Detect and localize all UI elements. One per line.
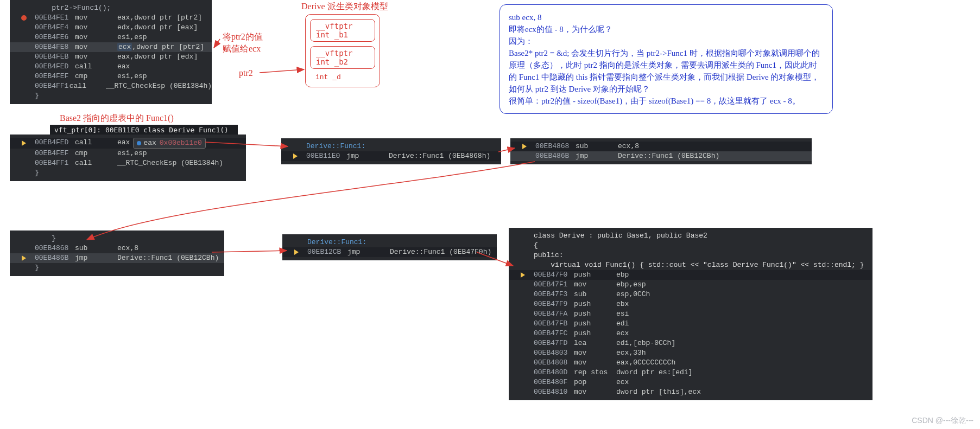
annotation-base2-vft: Base2 指向的虚表中的 Func1() [60, 113, 174, 124]
mnemonic: call [69, 81, 106, 91]
operands: ecx,8 [117, 244, 138, 253]
annotation-assign-l1: 将ptr2的值 [223, 31, 263, 43]
disasm-line: 00EB4808moveax,0CCCCCCCCh [509, 358, 872, 368]
mnemonic: push [574, 270, 616, 280]
operands: Derive::Func1 (0EB12CBh) [618, 151, 719, 161]
addr: 00EB4FF1 [35, 158, 75, 168]
obj-l1: __vftptr [316, 49, 369, 57]
annotation-derive-title: Derive 派生类对象模型 [301, 1, 388, 12]
operands: esi,esp [117, 72, 147, 81]
addr: 00EB47F1 [534, 280, 574, 290]
disasm-line: 00EB4FF1call__RTC_CheckEsp (0EB1384h) [10, 158, 246, 168]
mnemonic: mov [75, 23, 117, 33]
disasm-line: 00EB480Fpopecx [509, 377, 872, 387]
mnemonic: sub [574, 290, 616, 299]
disasm-line: 00EB4FE1moveax,dword ptr [ptr2] [10, 13, 212, 23]
addr: 00EB4FEB [35, 52, 75, 62]
obj-extra: int _d [310, 72, 375, 82]
func-label: Derive::Func1: [306, 142, 365, 151]
blue-l3: Base2* ptr2 = &d; 会发生切片行为，当 ptr2->Func1 … [509, 47, 824, 95]
breakpoint-icon [21, 15, 27, 21]
operands: ecx,dword ptr [ptr2] [117, 42, 204, 52]
current-line-icon [293, 153, 298, 159]
blue-note-box: sub ecx, 8 即将ecx的值 - 8，为什么呢？ 因为： Base2* … [500, 4, 833, 114]
disasm-block-3: Derive::Func1: 00EB11E0jmpDerive::Func1 … [281, 138, 501, 164]
operands: Derive::Func1 (0EB47F0h) [390, 247, 491, 257]
mnemonic: jmp [75, 253, 117, 263]
mnemonic: mov [75, 33, 117, 42]
disasm-line: 00EB4FE6movesi,esp [10, 33, 212, 42]
src: virtual void Func1() { std::cout << "cla… [534, 260, 864, 270]
blue-l1: 即将ecx的值 - 8，为什么呢？ [509, 23, 824, 35]
operands: eax,dword ptr [ptr2] [117, 13, 202, 23]
disasm-line: 00EB47FDleaedi,[ebp-0CCh] [509, 338, 872, 348]
obj-l2: int _b1 [316, 30, 369, 39]
mnemonic: call [75, 158, 117, 168]
src: public: [534, 251, 564, 260]
src: class Derive : public Base1, public Base… [534, 231, 707, 241]
disasm-line: 00EB47FCpushecx [509, 329, 872, 338]
operands: __RTC_CheckEsp (0EB1384h) [117, 158, 223, 168]
operands: Derive::Func1 (0EB12CBh) [117, 253, 219, 263]
mnemonic: mov [75, 52, 117, 62]
current-line-icon [521, 272, 525, 278]
operands: Derive::Func1 (0EB4868h) [389, 151, 490, 161]
operands: esp,0CCh [616, 290, 650, 299]
disasm-line: 00EB4FEBmoveax,dword ptr [edx] [10, 52, 212, 62]
disasm-block-2: 00EB4FEDcalleaxeax0x00eb11e000EB4FEFcmpe… [10, 135, 246, 181]
disasm-line: 00EB4FEFcmpesi,esp [10, 149, 246, 158]
operands: edi [616, 319, 629, 329]
addr: 00EB4FE4 [35, 23, 75, 33]
disasm-line: 00EB11E0jmpDerive::Func1 (0EB4868h) [281, 151, 501, 161]
mnemonic: push [574, 299, 616, 309]
disasm-block-7: class Derive : public Base1, public Base… [509, 228, 872, 400]
mnemonic: sub [576, 142, 618, 151]
disasm-line: 00EB480Drep stosdword ptr es:[edi] [509, 368, 872, 377]
brace: } [35, 91, 39, 101]
mnemonic: push [574, 319, 616, 329]
addr: 00EB47FD [534, 338, 574, 348]
operands: dword ptr es:[edi] [616, 368, 692, 377]
addr: 00EB4FED [35, 62, 75, 72]
disasm-line: 00EB47F1movebp,esp [509, 280, 872, 290]
addr: 00EB4808 [534, 358, 574, 368]
disasm-line: 00EB4FE8movecx,dword ptr [ptr2] [10, 42, 212, 52]
mnemonic: push [574, 309, 616, 319]
addr: 00EB4810 [534, 387, 574, 397]
current-line-icon [22, 255, 26, 261]
operands: __RTC_CheckEsp (0EB1384h) [106, 81, 212, 91]
disasm-line: 00EB4FF1call__RTC_CheckEsp (0EB1384h) [10, 81, 212, 91]
operands: edx,dword ptr [eax] [117, 23, 198, 33]
operands: eax [117, 138, 130, 149]
obj-l2: int _b2 [316, 57, 369, 66]
addr: 00EB12CB [307, 247, 347, 257]
addr: 00EB486B [35, 253, 75, 263]
mnemonic: cmp [75, 149, 117, 158]
operands: esi [616, 309, 629, 319]
blue-l4: 很简单：ptr2的值 - sizeof(Base1)，由于 sizeof(Bas… [509, 95, 824, 107]
watermark: CSDN @---徐乾--- [912, 416, 973, 426]
annotation-assign-l2: 赋值给ecx [223, 43, 261, 55]
disasm-line: 00EB4FEDcalleax [10, 62, 212, 72]
operands: esi,esp [117, 149, 147, 158]
operands: ebp,esp [616, 280, 646, 290]
operands: ebx [616, 299, 629, 309]
disasm-line: 00EB47FBpushedi [509, 319, 872, 329]
disasm-line: 00EB12CBjmpDerive::Func1 (0EB47F0h) [282, 247, 497, 257]
disasm-block-5: } 00EB4868subecx,800EB486BjmpDerive::Fun… [10, 230, 224, 276]
addr: 00EB4FE6 [35, 33, 75, 42]
mnemonic: mov [574, 387, 616, 397]
disasm-line: 00EB4810movdword ptr [this],ecx [509, 387, 872, 397]
disasm-line: 00EB47FApushesi [509, 309, 872, 319]
operands: ecx,33h [616, 348, 646, 358]
mnemonic: mov [574, 280, 616, 290]
addr: 00EB47F3 [534, 290, 574, 299]
mnemonic: jmp [346, 151, 389, 161]
addr: 00EB4FEF [35, 72, 75, 81]
mnemonic: pop [574, 377, 616, 387]
mnemonic: cmp [75, 72, 117, 81]
vft-entry: vft_ptr[0]: 00EB11E0 class Derive Func1(… [50, 125, 238, 135]
obj-box-base1: __vftptr int _b1 [310, 19, 375, 42]
addr: 00EB4803 [534, 348, 574, 358]
mnemonic: mov [574, 358, 616, 368]
